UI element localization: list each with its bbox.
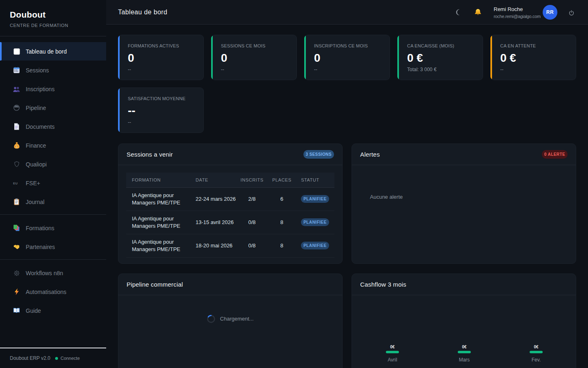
svg-text:EU: EU: [13, 181, 18, 185]
svg-text:$: $: [16, 145, 18, 148]
